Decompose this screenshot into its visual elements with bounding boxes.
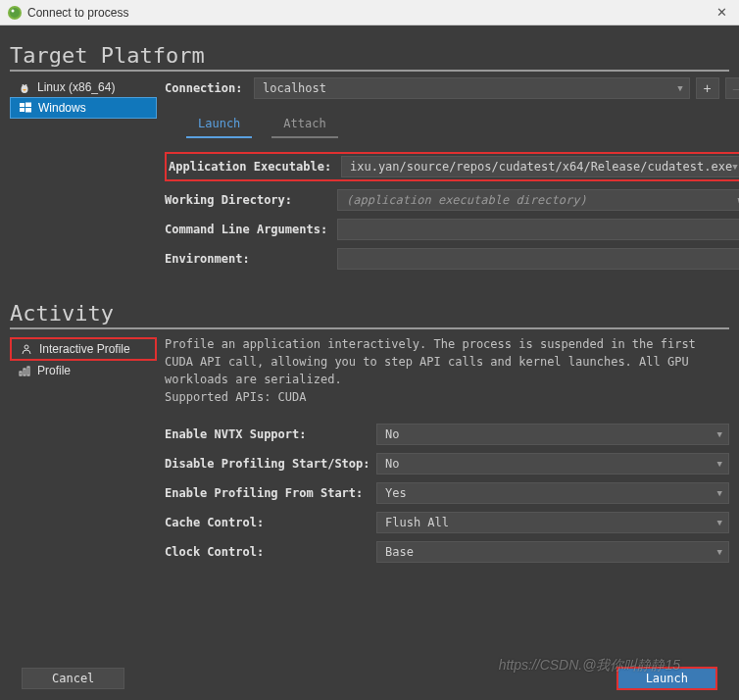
tab-launch[interactable]: Launch — [186, 113, 252, 138]
section-activity: Activity — [10, 301, 729, 329]
chevron-down-icon: ▼ — [732, 162, 737, 172]
add-connection-button[interactable]: + — [696, 77, 719, 99]
window-title: Connect to process — [27, 6, 128, 20]
cancel-button[interactable]: Cancel — [22, 668, 124, 689]
chevron-down-icon: ▼ — [717, 547, 722, 557]
sidebar-item-label: Windows — [38, 101, 86, 115]
activity-sidebar: Interactive Profile Profile — [10, 335, 157, 571]
sidebar-item-linux[interactable]: Linux (x86_64) — [10, 77, 157, 97]
option-value: No — [385, 457, 399, 471]
title-bar: Connect to process ✕ — [0, 0, 739, 25]
platform-sidebar: Linux (x86_64) Windows — [10, 77, 157, 277]
app-icon — [8, 6, 22, 20]
tab-attach[interactable]: Attach — [271, 113, 337, 138]
option-label: Clock Control: — [165, 545, 370, 559]
chevron-down-icon: ▼ — [717, 518, 722, 527]
activity-description: Profile an application interactively. Th… — [165, 335, 729, 406]
svg-rect-8 — [25, 108, 31, 113]
svg-rect-5 — [20, 103, 25, 107]
option-label: Enable Profiling From Start: — [165, 486, 370, 500]
exe-label: Application Executable: — [169, 160, 335, 174]
svg-rect-12 — [24, 369, 25, 375]
svg-point-10 — [25, 345, 28, 349]
svg-point-0 — [10, 8, 20, 18]
exe-value: ixu.yan/source/repos/cudatest/x64/Releas… — [350, 160, 732, 174]
svg-rect-11 — [20, 372, 22, 375]
svg-rect-13 — [27, 367, 29, 375]
connection-combo[interactable]: localhost ▼ — [254, 77, 690, 99]
linux-icon — [18, 80, 31, 94]
nvtx-combo[interactable]: No ▼ — [376, 424, 729, 445]
connection-label: Connection: — [165, 81, 248, 95]
chevron-down-icon: ▼ — [677, 83, 682, 93]
option-label: Disable Profiling Start/Stop: — [165, 457, 370, 471]
remove-connection-button[interactable]: – — [725, 77, 739, 99]
section-target-platform: Target Platform — [10, 43, 729, 72]
disable-profiling-combo[interactable]: No ▼ — [376, 453, 729, 475]
args-label: Command Line Arguments: — [165, 223, 331, 236]
tabs: Launch Attach — [165, 107, 739, 138]
profile-icon — [18, 364, 31, 377]
sidebar-item-profile[interactable]: Profile — [10, 361, 157, 380]
svg-rect-6 — [25, 103, 31, 108]
exe-combo[interactable]: ixu.yan/source/repos/cudatest/x64/Releas… — [341, 156, 739, 177]
env-combo[interactable]: ▼ — [337, 248, 739, 270]
svg-rect-7 — [20, 108, 25, 112]
clock-control-combo[interactable]: Base ▼ — [376, 541, 729, 563]
connection-value: localhost — [263, 81, 326, 95]
sidebar-item-windows[interactable]: Windows — [10, 97, 157, 119]
option-value: Base — [385, 545, 414, 559]
chevron-down-icon: ▼ — [717, 429, 722, 439]
launch-button[interactable]: Launch — [616, 667, 717, 690]
enable-profiling-combo[interactable]: Yes ▼ — [376, 482, 729, 504]
workdir-label: Working Directory: — [165, 193, 331, 207]
option-value: No — [385, 427, 399, 441]
svg-point-1 — [12, 9, 15, 12]
sidebar-item-label: Linux (x86_64) — [37, 80, 115, 94]
close-icon[interactable]: ✕ — [713, 5, 731, 20]
args-combo[interactable]: ▼ — [337, 219, 739, 240]
workdir-combo[interactable]: (application executable directory) ▼ — [337, 189, 739, 211]
svg-point-3 — [23, 84, 25, 86]
env-label: Environment: — [165, 252, 331, 266]
bottom-bar: Cancel Launch — [0, 657, 739, 700]
workdir-placeholder: (application executable directory) — [346, 193, 587, 207]
cache-control-combo[interactable]: Flush All ▼ — [376, 512, 729, 533]
svg-point-4 — [25, 84, 27, 86]
highlight-app-exe: Application Executable: ixu.yan/source/r… — [165, 152, 739, 181]
option-value: Yes — [385, 486, 407, 500]
option-value: Flush All — [385, 516, 449, 529]
interactive-profile-icon — [20, 342, 33, 356]
windows-icon — [19, 101, 32, 115]
sidebar-item-label: Interactive Profile — [39, 342, 130, 356]
sidebar-item-interactive-profile[interactable]: Interactive Profile — [10, 337, 157, 361]
option-label: Cache Control: — [165, 516, 370, 529]
chevron-down-icon: ▼ — [717, 488, 722, 498]
option-label: Enable NVTX Support: — [165, 427, 370, 441]
sidebar-item-label: Profile — [37, 364, 71, 377]
chevron-down-icon: ▼ — [717, 459, 722, 469]
